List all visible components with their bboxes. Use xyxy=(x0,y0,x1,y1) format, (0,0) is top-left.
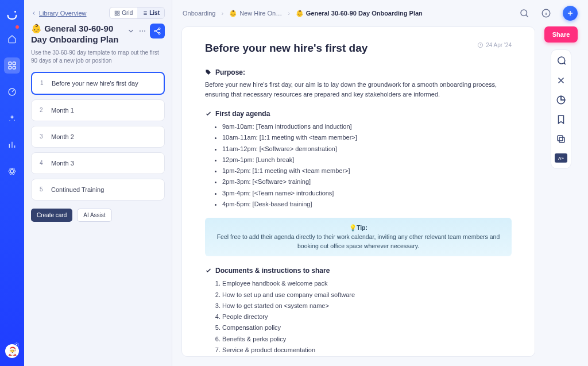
sparkle-icon[interactable] xyxy=(4,110,20,126)
list-item: Benefits & perks policy xyxy=(222,334,512,345)
svg-rect-3 xyxy=(9,66,11,69)
card-item-2[interactable]: 2 Month 1 xyxy=(31,99,165,121)
list-item: Compensation policy xyxy=(222,322,512,333)
copy-icon[interactable] xyxy=(556,134,566,144)
grid-view-button[interactable]: Grid xyxy=(110,7,137,18)
close-icon[interactable] xyxy=(556,75,566,86)
breadcrumb-3: 👶 General 30-60-90 Day Onboarding Plan xyxy=(296,10,423,17)
plan-description: Use the 30-60-90 day template to map out… xyxy=(31,49,165,65)
svg-point-22 xyxy=(521,10,527,16)
tip-box-1: 💡Tip: Feel free to add their agenda dire… xyxy=(205,218,512,256)
card-item-5[interactable]: 5 Continued Training xyxy=(31,179,165,201)
svg-rect-25 xyxy=(559,137,564,142)
purpose-heading: Purpose: xyxy=(205,68,512,76)
card-item-1[interactable]: 1 Before your new hire's first day xyxy=(31,72,165,95)
svg-rect-2 xyxy=(13,62,16,65)
card-item-4[interactable]: 4 Month 3 xyxy=(31,152,165,174)
svg-point-11 xyxy=(16,344,18,346)
list-item: 1pm-2pm: [1:1 meeting with <team member>… xyxy=(222,165,512,176)
document-viewer: Before your new hire's first day 24 Apr … xyxy=(181,26,535,357)
language-icon[interactable]: A» xyxy=(555,153,567,163)
chevron-right-icon: › xyxy=(288,10,290,17)
svg-rect-13 xyxy=(118,11,119,13)
tag-icon xyxy=(205,69,212,76)
topbar: Onboarding › 👶 New Hire On… › 👶 General … xyxy=(172,0,588,26)
left-panel: Library Overview Grid List 👶 General 30-… xyxy=(24,0,172,366)
atom-icon[interactable] xyxy=(4,163,20,179)
clock-icon xyxy=(477,42,483,48)
app-logo xyxy=(6,8,18,21)
list-item: 4pm-5pm: [Desk-based training] xyxy=(222,199,512,210)
settings-icon[interactable] xyxy=(14,342,20,348)
chevron-right-icon: › xyxy=(222,10,224,17)
svg-point-17 xyxy=(142,30,143,32)
svg-rect-26 xyxy=(558,136,563,141)
svg-point-16 xyxy=(140,30,141,32)
svg-point-7 xyxy=(9,120,10,121)
side-dock: A» xyxy=(551,49,571,169)
pie-icon[interactable] xyxy=(556,95,566,105)
list-view-button[interactable]: List xyxy=(137,7,164,18)
library-icon[interactable] xyxy=(4,57,20,74)
back-link[interactable]: Library Overview xyxy=(31,10,87,17)
list-item: 3pm-4pm: [<Team name> introductions] xyxy=(222,188,512,199)
notification-dot xyxy=(16,25,19,29)
check-icon xyxy=(205,267,212,274)
breadcrumb-2[interactable]: 👶 New Hire On… xyxy=(229,10,282,17)
more-icon[interactable] xyxy=(138,27,146,35)
purpose-text: Before your new hire's first day, our ai… xyxy=(205,80,512,99)
ai-assist-button[interactable]: AI Assist xyxy=(77,209,111,222)
card-list: 1 Before your new hire's first day 2 Mon… xyxy=(31,72,165,201)
chevron-down-icon[interactable] xyxy=(127,27,135,35)
list-item: People directory xyxy=(222,311,512,322)
bookmark-icon[interactable] xyxy=(556,114,566,125)
right-column: Share A» xyxy=(543,26,579,358)
list-item: How to set up and use company email soft… xyxy=(222,290,512,300)
gauge-icon[interactable] xyxy=(4,84,20,100)
list-item: 12pm-1pm: [Lunch break] xyxy=(222,155,512,165)
list-item: 11am-12pm: [<Software> demonstration] xyxy=(222,144,512,155)
agenda-heading: First day agenda xyxy=(205,110,512,118)
svg-point-6 xyxy=(14,120,15,121)
chevron-left-icon xyxy=(31,10,37,16)
grid-icon xyxy=(114,10,120,16)
list-icon xyxy=(142,10,148,16)
list-item: Employee handbook & welcome pack xyxy=(222,278,512,289)
list-item: 10am-11am: [1:1 meeting with <team membe… xyxy=(222,132,512,143)
svg-rect-14 xyxy=(115,13,117,15)
agenda-list: 9am-10am: [Team introductions and induct… xyxy=(205,121,512,210)
docs-heading: Documents & instructions to share xyxy=(205,267,512,275)
plus-icon xyxy=(566,9,574,17)
create-card-button[interactable]: Create card xyxy=(31,209,72,222)
breadcrumb-1[interactable]: Onboarding xyxy=(183,10,216,17)
view-toggle: Grid List xyxy=(109,7,165,19)
document-date: 24 Apr '24 xyxy=(477,42,512,48)
plan-title: 👶 General 30-60-90 Day Onboarding Plan xyxy=(31,24,123,45)
document-title: Before your new hire's first day xyxy=(205,42,368,55)
check-icon xyxy=(205,110,212,117)
title-emoji: 👶 xyxy=(31,24,42,33)
svg-point-18 xyxy=(144,30,145,32)
home-icon[interactable] xyxy=(4,31,20,47)
documents-list: Employee handbook & welcome pack How to … xyxy=(205,278,512,356)
list-item: 2pm-3pm: [<Software> training] xyxy=(222,176,512,187)
add-button[interactable] xyxy=(563,6,578,21)
search-icon[interactable] xyxy=(519,8,529,18)
share-icon xyxy=(153,27,161,35)
share-button[interactable]: Share xyxy=(544,26,578,43)
bulb-icon: 💡 xyxy=(349,224,357,231)
card-item-3[interactable]: 3 Month 2 xyxy=(31,126,165,148)
list-item: Service & product documentation xyxy=(222,345,512,356)
list-item: How to get started on <system name> xyxy=(222,300,512,311)
main-area: Onboarding › 👶 New Hire On… › 👶 General … xyxy=(172,0,588,366)
analytics-icon[interactable] xyxy=(4,137,20,153)
svg-rect-15 xyxy=(118,13,119,15)
nav-rail: 🎅 xyxy=(0,0,24,366)
svg-rect-4 xyxy=(13,66,16,69)
info-icon[interactable] xyxy=(541,8,551,18)
chat-icon[interactable] xyxy=(556,56,566,66)
svg-point-0 xyxy=(14,11,16,13)
share-button-small[interactable] xyxy=(150,24,165,38)
list-item: 9am-10am: [Team introductions and induct… xyxy=(222,121,512,132)
svg-rect-12 xyxy=(115,11,117,13)
